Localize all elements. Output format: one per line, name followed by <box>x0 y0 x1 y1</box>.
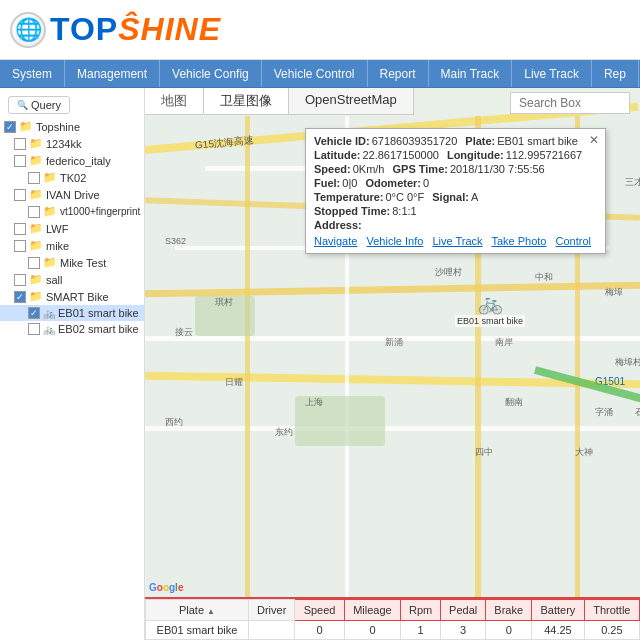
nav-system[interactable]: System <box>0 60 65 87</box>
checkbox-sall[interactable] <box>14 274 26 286</box>
sidebar-item-tk02[interactable]: 📁 TK02 <box>0 169 144 186</box>
cell-throttle: 0.25 <box>584 621 639 640</box>
search-input[interactable] <box>510 92 630 114</box>
label-上海: 上海 <box>305 396 323 409</box>
sidebar-item-ivan[interactable]: 📁 IVAN Drive <box>0 186 144 203</box>
data-table: Plate ▲ Driver Speed Mileage Rpm Pedal B… <box>145 599 640 640</box>
tab-satellite[interactable]: 卫星图像 <box>204 88 289 114</box>
label-沙哩村: 沙哩村 <box>435 266 462 279</box>
sidebar-item-mike-test[interactable]: 📁 Mike Test <box>0 254 144 271</box>
sidebar-item-vt1000[interactable]: 📁 vt1000+fingerprint <box>0 203 144 220</box>
logo-globe-icon: 🌐 <box>10 12 46 48</box>
checkbox-mike[interactable] <box>14 240 26 252</box>
checkbox-vt1000[interactable] <box>28 206 40 218</box>
checkbox-eb01[interactable]: ✓ <box>28 307 40 319</box>
folder-icon: 📁 <box>29 154 43 167</box>
road-7 <box>145 426 640 431</box>
checkbox-smart-bike[interactable]: ✓ <box>14 291 26 303</box>
col-mileage[interactable]: Mileage <box>344 600 401 621</box>
checkbox-federico[interactable] <box>14 155 26 167</box>
nav-vehicle-control[interactable]: Vehicle Control <box>262 60 368 87</box>
folder-icon: 📁 <box>29 239 43 252</box>
checkbox-lwf[interactable] <box>14 223 26 235</box>
popup-links: Navigate Vehicle Info Live Track Take Ph… <box>314 235 597 247</box>
folder-icon: 📁 <box>29 290 43 303</box>
sidebar-item-sall[interactable]: 📁 sall <box>0 271 144 288</box>
col-speed[interactable]: Speed <box>295 600 344 621</box>
header: 🌐 TOPŜHINE <box>0 0 640 60</box>
tab-map[interactable]: 地图 <box>145 88 204 114</box>
popup-row-fuel: Fuel: 0|0 Odometer: 0 <box>314 177 597 189</box>
col-brake[interactable]: Brake <box>486 600 532 621</box>
navbar: System Management Vehicle Config Vehicle… <box>0 60 640 88</box>
checkbox-topshine[interactable]: ✓ <box>4 121 16 133</box>
sidebar-item-eb02[interactable]: 🚲 EB02 smart bike <box>0 321 144 337</box>
checkbox-eb02[interactable] <box>28 323 40 335</box>
vehicle-popup: ✕ Vehicle ID: 67186039351720 Plate: EB01… <box>305 128 606 254</box>
checkbox-mike-test[interactable] <box>28 257 40 269</box>
content-area: 地图 卫星图像 OpenStreetMap <box>145 88 640 640</box>
label-翻南: 翻南 <box>505 396 523 409</box>
road-4 <box>145 282 640 298</box>
label-四中: 四中 <box>475 446 493 459</box>
folder-icon: 📁 <box>29 222 43 235</box>
cell-battery: 44.25 <box>532 621 585 640</box>
col-battery[interactable]: Battery <box>532 600 585 621</box>
label-接云: 接云 <box>175 326 193 339</box>
map-container[interactable]: 地图 卫星图像 OpenStreetMap <box>145 88 640 597</box>
popup-link-control[interactable]: Control <box>556 235 591 247</box>
popup-row-stopped: Stopped Time: 8:1:1 <box>314 205 597 217</box>
sidebar-item-lwf[interactable]: 📁 LWF <box>0 220 144 237</box>
col-plate[interactable]: Plate ▲ <box>146 600 249 621</box>
checkbox-1234kk[interactable] <box>14 138 26 150</box>
sidebar-item-mike[interactable]: 📁 mike <box>0 237 144 254</box>
popup-row-speed: Speed: 0Km/h GPS Time: 2018/11/30 7:55:5… <box>314 163 597 175</box>
popup-link-take-photo[interactable]: Take Photo <box>491 235 546 247</box>
nav-management[interactable]: Management <box>65 60 160 87</box>
popup-link-vehicle-info[interactable]: Vehicle Info <box>366 235 423 247</box>
nav-main-track[interactable]: Main Track <box>429 60 513 87</box>
cell-pedal: 3 <box>441 621 486 640</box>
logo-text: TOPŜHINE <box>50 11 221 48</box>
nav-vehicle-config[interactable]: Vehicle Config <box>160 60 262 87</box>
query-button[interactable]: Query <box>8 96 70 114</box>
col-rpm[interactable]: Rpm <box>401 600 441 621</box>
sidebar-item-federico[interactable]: 📁 federico_italy <box>0 152 144 169</box>
road-v1 <box>245 116 250 597</box>
sidebar-item-1234kk[interactable]: 📁 1234kk <box>0 135 144 152</box>
google-logo: Google <box>149 582 183 593</box>
col-pedal[interactable]: Pedal <box>441 600 486 621</box>
checkbox-ivan[interactable] <box>14 189 26 201</box>
table-row: EB01 smart bike 0 0 1 3 0 44.25 0.25 <box>146 621 640 640</box>
sidebar: Query ✓ 📁 Topshine 📁 1234kk 📁 federico_i… <box>0 88 145 640</box>
label-中和: 中和 <box>535 271 553 284</box>
nav-rep[interactable]: Rep <box>592 60 639 87</box>
label-西约: 西约 <box>165 416 183 429</box>
cell-brake: 0 <box>486 621 532 640</box>
tab-openstreetmap[interactable]: OpenStreetMap <box>289 88 414 114</box>
query-section: Query <box>0 92 144 118</box>
cell-mileage: 0 <box>344 621 401 640</box>
folder-icon: 📁 <box>29 137 43 150</box>
sidebar-item-eb01[interactable]: ✓ 🚲 EB01 smart bike <box>0 305 144 321</box>
col-throttle[interactable]: Throttle <box>584 600 639 621</box>
bike-label: EB01 smart bike <box>455 315 525 327</box>
checkbox-tk02[interactable] <box>28 172 40 184</box>
bike-marker[interactable]: 🚲 EB01 smart bike <box>455 291 525 327</box>
popup-close-button[interactable]: ✕ <box>589 133 599 147</box>
table-body: EB01 smart bike 0 0 1 3 0 44.25 0.25 <box>146 621 640 640</box>
label-日曜: 日耀 <box>225 376 243 389</box>
folder-icon: 📁 <box>43 171 57 184</box>
sidebar-item-smart-bike[interactable]: ✓ 📁 SMART Bike <box>0 288 144 305</box>
nav-report[interactable]: Report <box>368 60 429 87</box>
sidebar-item-topshine[interactable]: ✓ 📁 Topshine <box>0 118 144 135</box>
logo: 🌐 TOPŜHINE <box>10 11 221 48</box>
label-梅埠村: 梅埠村 <box>615 356 640 369</box>
label-南岸: 南岸 <box>495 336 513 349</box>
nav-live-track[interactable]: Live Track <box>512 60 592 87</box>
popup-link-live-track[interactable]: Live Track <box>432 235 482 247</box>
map-tabs: 地图 卫星图像 OpenStreetMap <box>145 88 414 115</box>
device-icon: 🚲 <box>43 308 55 319</box>
popup-link-navigate[interactable]: Navigate <box>314 235 357 247</box>
col-driver[interactable]: Driver <box>248 600 295 621</box>
